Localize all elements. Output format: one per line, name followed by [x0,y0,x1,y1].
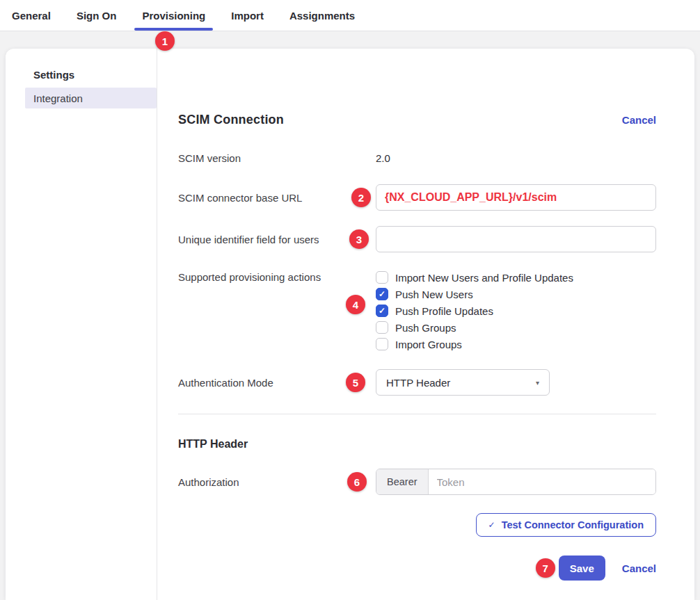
tab-assignments-label: Assignments [289,10,355,22]
scim-version-label: SCIM version [178,152,376,164]
authentication-mode-row: Authentication Mode 5 HTTP Header ▾ [178,369,656,396]
authentication-mode-select[interactable]: HTTP Header ▾ [376,369,550,396]
tab-sign-on[interactable]: Sign On [77,0,117,31]
checkbox-import-groups[interactable] [376,338,388,350]
annotation-badge-6: 6 [347,472,367,492]
checkbox-label: Import New Users and Profile Updates [395,272,573,284]
provisioning-actions-list: Import New Users and Profile Updates Pus… [376,269,656,352]
checkbox-row-push-groups[interactable]: Push Groups [376,319,656,336]
annotation-badge-5: 5 [346,373,365,392]
sidebar-header: Settings [33,69,157,81]
checkbox-row-import-new-users[interactable]: Import New Users and Profile Updates [376,269,656,286]
provisioning-actions-row: Supported provisioning actions 4 Import … [178,269,656,352]
provisioning-card: Settings Integration SCIM Connection Can… [6,49,694,600]
page-title: SCIM Connection [178,113,284,127]
authentication-mode-value: HTTP Header [386,377,450,389]
tab-sign-on-label: Sign On [77,10,117,22]
tab-general[interactable]: General [12,0,51,31]
test-connector-button[interactable]: ✓ Test Connector Configuration [476,513,656,537]
sidebar-item-integration-label: Integration [33,92,83,104]
sidebar-item-integration[interactable]: Integration [25,88,157,108]
check-icon: ✓ [488,520,495,530]
authorization-field-wrap: Bearer [376,469,656,495]
panel-header: SCIM Connection Cancel [178,111,656,128]
tab-bar: General Sign On Provisioning Import Assi… [0,0,700,31]
checkbox-row-push-profile-updates[interactable]: Push Profile Updates [376,302,656,319]
scim-version-row: SCIM version 2.0 [178,152,656,164]
authentication-mode-field-wrap: HTTP Header ▾ [376,369,656,396]
tab-provisioning-label: Provisioning [142,10,205,22]
test-connector-row: ✓ Test Connector Configuration [178,513,656,537]
tab-import-label: Import [231,10,264,22]
unique-identifier-input[interactable] [376,226,656,252]
checkbox-label: Push Profile Updates [395,305,493,317]
checkbox-label: Push New Users [395,289,473,300]
checkbox-label: Import Groups [395,339,462,350]
cancel-link-top[interactable]: Cancel [622,114,656,126]
annotation-badge-3: 3 [349,229,369,249]
authorization-input-group: Bearer [376,469,656,495]
chevron-down-icon: ▾ [536,379,539,387]
scim-version-value: 2.0 [376,152,390,164]
authorization-row: Authorization 6 Bearer [178,469,656,495]
token-input[interactable] [429,469,655,494]
section-divider [178,414,656,414]
save-row: 7 Save Cancel [178,556,656,581]
annotation-badge-2: 2 [351,188,371,207]
base-url-row: SCIM connector base URL 2 [178,184,656,211]
unique-identifier-row: Unique identifier field for users 3 [178,226,656,252]
unique-identifier-field-wrap [376,226,656,252]
annotation-badge-1: 1 [155,31,175,51]
checkbox-row-import-groups[interactable]: Import Groups [376,336,656,352]
base-url-input[interactable] [376,184,656,211]
checkbox-push-new-users[interactable] [376,288,388,300]
annotation-badge-4: 4 [346,295,365,314]
save-button[interactable]: Save [559,556,605,581]
tab-assignments[interactable]: Assignments [289,0,355,31]
checkbox-row-push-new-users[interactable]: Push New Users [376,286,656,302]
unique-identifier-label: Unique identifier field for users [178,234,376,245]
tab-general-label: General [12,10,51,22]
bearer-prefix: Bearer [376,469,429,494]
scim-connection-panel: SCIM Connection Cancel SCIM version 2.0 … [157,49,694,600]
checkbox-import-new-users[interactable] [376,271,388,284]
annotation-badge-7: 7 [536,558,555,578]
tab-import[interactable]: Import [231,0,264,31]
test-connector-button-label: Test Connector Configuration [502,519,644,530]
base-url-field-wrap [376,184,656,211]
http-header-section-title: HTTP Header [178,438,248,451]
cancel-link-bottom[interactable]: Cancel [622,562,656,574]
settings-sidebar: Settings Integration [6,49,157,600]
checkbox-label: Push Groups [395,322,456,334]
authorization-label: Authorization [178,476,376,488]
checkbox-push-profile-updates[interactable] [376,305,388,317]
base-url-label: SCIM connector base URL [178,192,376,204]
checkbox-push-groups[interactable] [376,321,388,334]
provisioning-actions-label: Supported provisioning actions [178,269,376,286]
tab-provisioning[interactable]: Provisioning [142,0,205,31]
